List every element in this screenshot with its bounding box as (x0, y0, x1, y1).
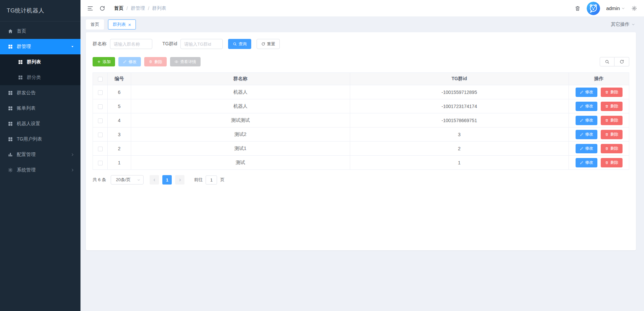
edit-icon (123, 60, 127, 64)
trash-icon[interactable] (575, 5, 581, 11)
row-delete-button[interactable]: 删除 (601, 130, 623, 139)
delete-button-disabled[interactable]: 删除 (144, 57, 167, 66)
col-tgid: TG群id (350, 73, 569, 85)
sidebar-item-billing-list[interactable]: 账单列表 (0, 101, 80, 116)
avatar[interactable] (587, 2, 600, 15)
tab-group-list[interactable]: 群列表× (108, 19, 136, 30)
next-page-button[interactable] (175, 175, 184, 185)
breadcrumb: 首页/群管理/群列表 (114, 5, 166, 11)
table-row: 4测试测试-1001578669751修改删除 (93, 113, 629, 127)
table-row: 2测试12修改删除 (93, 142, 629, 156)
sidebar-item-home[interactable]: 首页 (0, 23, 80, 39)
sidebar-menu: 首页群管理群列表群分类群发公告账单列表机器人设置TG用户列表配置管理系统管理 (0, 21, 80, 311)
grid-icon (7, 106, 13, 111)
row-checkbox[interactable] (98, 104, 103, 109)
goto-page-input[interactable] (206, 175, 217, 185)
delete-icon (605, 161, 609, 165)
prev-page-button[interactable] (150, 175, 159, 185)
breadcrumb-item[interactable]: 首页 (114, 5, 123, 11)
grid-icon (17, 75, 23, 81)
row-delete-button[interactable]: 删除 (601, 158, 623, 167)
page-size-select[interactable]: 20条/页 (111, 175, 144, 185)
cell-id: 2 (108, 142, 131, 156)
row-checkbox[interactable] (98, 118, 103, 123)
reset-button[interactable]: 重置 (257, 39, 280, 49)
search-icon (605, 59, 609, 64)
table-row: 5机器人-1001723174174修改删除 (93, 99, 629, 113)
toggle-search-button[interactable] (600, 57, 614, 66)
page-suffix-label: 页 (220, 177, 224, 183)
sidebar-item-group-management[interactable]: 群管理 (0, 39, 80, 54)
row-checkbox[interactable] (98, 161, 103, 165)
row-select-cell (93, 156, 108, 170)
topbar: 首页/群管理/群列表 (80, 0, 644, 17)
chevron-right-icon (178, 178, 182, 182)
row-edit-button[interactable]: 修改 (576, 130, 597, 139)
close-icon[interactable]: × (128, 22, 131, 27)
cell-id: 3 (108, 127, 131, 142)
hamburger-icon[interactable] (87, 5, 93, 11)
sidebar-item-config-management[interactable]: 配置管理 (0, 147, 80, 162)
table-toolbar: 添加 修改 删除 查看详情 (93, 57, 629, 66)
tg-group-id-input[interactable] (180, 39, 223, 49)
total-count: 共 6 条 (93, 177, 106, 183)
view-detail-button-disabled[interactable]: 查看详情 (170, 57, 201, 66)
breadcrumb-item[interactable]: 群管理 (131, 5, 145, 11)
row-checkbox[interactable] (98, 147, 103, 151)
col-name: 群名称 (131, 73, 350, 85)
search-button[interactable]: 查询 (228, 39, 251, 49)
topbar-left: 首页/群管理/群列表 (87, 5, 166, 11)
group-name-input[interactable] (110, 39, 152, 49)
edit-icon (580, 161, 584, 165)
filter-form: 群名称 TG群id 查询 重置 (93, 39, 629, 49)
refresh-table-button[interactable] (614, 57, 629, 66)
pager: 1 (150, 175, 184, 185)
chevron-down-icon (621, 6, 625, 10)
row-delete-button[interactable]: 删除 (601, 88, 623, 97)
row-edit-button[interactable]: 修改 (576, 158, 597, 167)
sidebar-item-group-broadcast[interactable]: 群发公告 (0, 85, 80, 101)
breadcrumb-item[interactable]: 群列表 (152, 5, 166, 11)
cell-tgid: 2 (350, 142, 569, 156)
select-all-cell (93, 73, 108, 85)
row-edit-button[interactable]: 修改 (576, 144, 597, 153)
refresh-icon[interactable] (99, 5, 105, 11)
cell-name: 测试2 (131, 127, 350, 142)
sidebar-item-tg-user-list[interactable]: TG用户列表 (0, 132, 80, 147)
delete-icon (149, 60, 153, 64)
page-number-button[interactable]: 1 (162, 175, 172, 185)
add-button[interactable]: 添加 (93, 57, 115, 66)
tab-home[interactable]: 首页 (86, 19, 104, 30)
breadcrumb-separator: / (126, 6, 128, 11)
row-delete-button[interactable]: 删除 (601, 144, 623, 153)
select-all-checkbox[interactable] (98, 77, 103, 82)
edit-icon (580, 90, 584, 94)
gear-icon[interactable] (631, 5, 637, 11)
edit-button-disabled[interactable]: 修改 (118, 57, 141, 66)
cell-actions: 修改删除 (569, 156, 629, 170)
row-delete-button[interactable]: 删除 (601, 116, 623, 125)
sidebar-item-system-management[interactable]: 系统管理 (0, 162, 80, 178)
row-edit-button[interactable]: 修改 (576, 116, 597, 125)
cell-tgid: -1001723174174 (350, 99, 569, 113)
chevron-down-icon (631, 22, 635, 27)
col-id: 编号 (108, 73, 131, 85)
sidebar-item-group-category[interactable]: 群分类 (0, 70, 80, 85)
cell-name: 机器人 (131, 99, 350, 113)
more-actions-dropdown[interactable]: 其它操作 (611, 21, 635, 28)
row-delete-button[interactable]: 删除 (601, 102, 623, 111)
cell-id: 4 (108, 113, 131, 127)
cell-name: 测试 (131, 156, 350, 170)
cell-tgid: -1001559712895 (350, 85, 569, 99)
row-edit-button[interactable]: 修改 (576, 102, 597, 111)
sidebar-item-robot-settings[interactable]: 机器人设置 (0, 116, 80, 132)
col-actions: 操作 (569, 73, 629, 85)
sidebar-item-group-list[interactable]: 群列表 (0, 54, 80, 70)
grid-icon (7, 121, 13, 127)
delete-icon (605, 104, 609, 108)
breadcrumb-separator: / (148, 6, 149, 11)
row-checkbox[interactable] (98, 90, 103, 95)
row-edit-button[interactable]: 修改 (576, 88, 597, 97)
row-checkbox[interactable] (98, 133, 103, 137)
user-dropdown[interactable]: admin (606, 5, 625, 11)
